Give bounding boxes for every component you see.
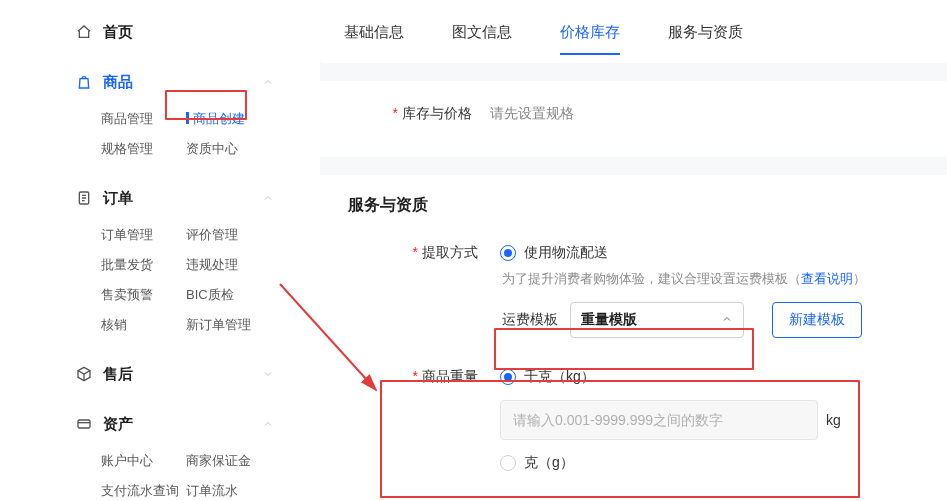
template-label: 运费模板	[502, 311, 558, 329]
select-value: 重量模版	[581, 311, 637, 329]
tip-text: 为了提升消费者购物体验，建议合理设置运费模板（	[502, 271, 801, 286]
shipping-tip: 为了提升消费者购物体验，建议合理设置运费模板（查看说明）	[502, 270, 919, 288]
tab-media[interactable]: 图文信息	[452, 0, 512, 63]
chevron-up-icon	[262, 190, 274, 207]
tip-text-suffix: ）	[853, 271, 866, 286]
sidebar-sub-bic-qc[interactable]: BIC质检	[186, 280, 271, 310]
sidebar-sub-order-flow[interactable]: 订单流水	[186, 476, 271, 500]
sidebar-item-asset[interactable]: 资产	[65, 402, 290, 446]
sidebar-item-goods[interactable]: 商品	[65, 60, 290, 104]
main-panel: 基础信息 图文信息 价格库存 服务与资质 库存与价格 请先设置规格 服务与资质 …	[320, 0, 947, 500]
sidebar-label: 订单	[103, 189, 133, 208]
sidebar-label: 资产	[103, 415, 133, 434]
home-icon	[75, 23, 93, 41]
weight-radio-kg[interactable]: 千克（kg）	[500, 368, 841, 386]
tab-basic[interactable]: 基础信息	[344, 0, 404, 63]
sidebar-sub-review-manage[interactable]: 评价管理	[186, 220, 271, 250]
sidebar-sub-goods-create[interactable]: 商品创建	[186, 104, 271, 134]
sidebar-sub-order-manage[interactable]: 订单管理	[101, 220, 186, 250]
radio-label: 使用物流配送	[524, 244, 608, 262]
radio-off-icon	[500, 455, 516, 471]
order-icon	[75, 189, 93, 207]
sidebar-item-order[interactable]: 订单	[65, 176, 290, 220]
radio-on-icon	[500, 245, 516, 261]
sidebar-label: 商品	[103, 73, 133, 92]
weight-radio-g[interactable]: 克（g）	[500, 454, 841, 472]
sidebar-sub-label: 商品创建	[193, 111, 245, 126]
pickup-label: 提取方式	[348, 244, 478, 262]
section-stock: 库存与价格 请先设置规格	[320, 81, 947, 157]
weight-label: 商品重量	[348, 368, 478, 386]
stock-label: 库存与价格	[342, 105, 472, 123]
tabs: 基础信息 图文信息 价格库存 服务与资质	[320, 0, 947, 63]
sidebar-sub-goods-manage[interactable]: 商品管理	[101, 104, 186, 134]
sidebar-sub-new-order[interactable]: 新订单管理	[186, 310, 271, 340]
weight-unit: kg	[826, 412, 841, 428]
pickup-radio-logistics[interactable]: 使用物流配送	[500, 244, 608, 262]
sidebar-sub-spec-manage[interactable]: 规格管理	[101, 134, 186, 164]
tab-price-stock[interactable]: 价格库存	[560, 0, 620, 63]
sidebar-item-aftersale[interactable]: 售后	[65, 352, 290, 396]
sidebar-label: 首页	[103, 23, 133, 42]
chevron-up-icon	[721, 312, 733, 328]
section-title: 服务与资质	[348, 195, 919, 216]
sidebar-sub-cert-center[interactable]: 资质中心	[186, 134, 271, 164]
bag-icon	[75, 73, 93, 91]
chevron-down-icon	[262, 366, 274, 383]
radio-on-icon	[500, 369, 516, 385]
radio-label: 千克（kg）	[524, 368, 595, 386]
new-template-button[interactable]: 新建模板	[772, 302, 862, 338]
sidebar-sub-deposit[interactable]: 商家保证金	[186, 446, 271, 476]
cube-icon	[75, 365, 93, 383]
active-bar-icon	[186, 112, 189, 124]
weight-input[interactable]	[500, 400, 818, 440]
tip-link[interactable]: 查看说明	[801, 271, 853, 286]
sidebar: 首页 商品 商品管理 商品创建 规格管理 资质中心 订单	[65, 0, 290, 500]
sidebar-sub-account[interactable]: 账户中心	[101, 446, 186, 476]
sidebar-sub-violation[interactable]: 违规处理	[186, 250, 271, 280]
template-select[interactable]: 重量模版	[570, 302, 744, 338]
sidebar-sub-batch-ship[interactable]: 批量发货	[101, 250, 186, 280]
section-service: 服务与资质 提取方式 使用物流配送 为了提升消费者购物体验，建议合理设置运费模板…	[320, 175, 947, 500]
radio-label: 克（g）	[524, 454, 574, 472]
chevron-up-icon	[262, 74, 274, 91]
sidebar-sub-verify[interactable]: 核销	[101, 310, 186, 340]
chevron-up-icon	[262, 416, 274, 433]
sidebar-label: 售后	[103, 365, 133, 384]
sidebar-item-home[interactable]: 首页	[65, 10, 290, 54]
stock-hint: 请先设置规格	[490, 105, 574, 123]
sidebar-sub-presale-warn[interactable]: 售卖预警	[101, 280, 186, 310]
sidebar-sub-payment-flow[interactable]: 支付流水查询	[101, 476, 186, 500]
tab-service[interactable]: 服务与资质	[668, 0, 743, 63]
card-icon	[75, 415, 93, 433]
svg-rect-1	[78, 420, 90, 428]
